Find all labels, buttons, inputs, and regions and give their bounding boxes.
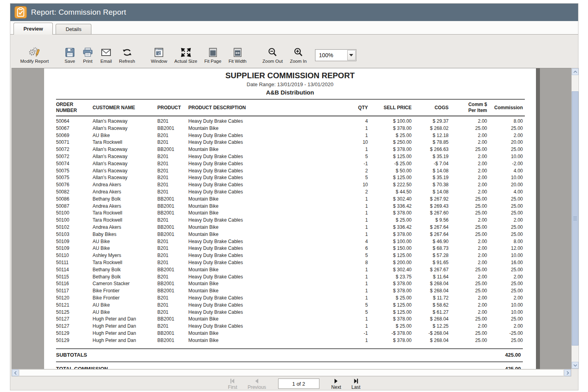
toolbar-button-label: Fit Width — [228, 59, 246, 64]
refresh-button[interactable]: Refresh — [116, 46, 139, 64]
table-header-row: ORDER NUMBER CUSTOMER NAME PRODUCT PRODU… — [56, 99, 525, 116]
table-cell: $ 58.62 — [414, 302, 451, 309]
tab-details[interactable]: Details — [56, 24, 91, 34]
table-cell: B201 — [157, 160, 188, 168]
table-cell: 2.00 — [451, 182, 489, 189]
fit-page-button[interactable]: Fit Page — [201, 46, 225, 64]
table-cell: B201 — [157, 302, 188, 309]
table-cell: B201 — [157, 182, 188, 189]
table-cell: 1 — [348, 146, 370, 153]
table-cell: $ 61.27 — [414, 309, 451, 316]
table-cell: Allan's Raceway — [93, 168, 157, 175]
table-cell: -$ 268.04 — [414, 330, 451, 337]
table-cell: $ 267.92 — [414, 196, 451, 203]
table-cell: Mountain Bike — [188, 337, 348, 344]
zoom-level-value: 100% — [315, 52, 347, 58]
table-row: 50116Cameron StackerBB2001Mountain Bike1… — [56, 280, 525, 288]
table-cell: Allan's Raceway — [93, 146, 157, 153]
table-cell: $ 100.00 — [370, 116, 414, 125]
scroll-up-button[interactable] — [572, 68, 578, 75]
table-cell: 50075 — [56, 168, 93, 175]
next-page-label: Next — [331, 384, 341, 390]
table-cell: 25.00 — [451, 146, 489, 153]
vertical-scroll-thumb[interactable] — [572, 91, 578, 346]
vertical-scrollbar[interactable] — [571, 68, 579, 369]
modify-report-button[interactable]: Modify Report — [17, 46, 52, 64]
table-cell: $ 25.00 — [370, 323, 414, 330]
table-cell: BB2001 — [157, 280, 188, 288]
table-cell: 25.00 — [451, 203, 489, 210]
window-icon — [154, 46, 164, 58]
zoom-in-button[interactable]: Zoom In — [286, 46, 310, 64]
table-row: 50127Hugh Peter and DanBB2001Mountain Bi… — [56, 316, 525, 323]
zoom-level-combobox[interactable]: 100% — [315, 49, 356, 61]
table-cell: 8 — [348, 259, 370, 266]
table-cell: Tara Rockwell — [93, 259, 157, 266]
table-cell: 1 — [348, 217, 370, 224]
table-cell: $ 68.73 — [414, 245, 451, 252]
table-cell: 8.00 — [489, 238, 525, 245]
table-cell: BB2001 — [157, 210, 188, 217]
table-cell: $ 25.00 — [370, 217, 414, 224]
scroll-left-button[interactable] — [12, 369, 19, 376]
table-cell: 50120 — [56, 295, 93, 302]
previous-page-button[interactable]: Previous — [248, 378, 266, 390]
scroll-right-button[interactable] — [564, 369, 571, 376]
table-cell: $ 29.37 — [414, 116, 451, 125]
subtotals-label: SUBTOTALS — [56, 352, 87, 358]
table-cell: 1 — [348, 274, 370, 281]
table-cell: $ 268.02 — [414, 125, 451, 132]
table-cell: $ 35.19 — [414, 153, 451, 160]
table-cell: -$ 7.04 — [414, 160, 451, 168]
table-cell: 5 — [348, 309, 370, 316]
table-cell: $ 378.00 — [370, 316, 414, 323]
table-cell: Mountain Bike — [188, 266, 348, 274]
table-cell: AU Bike — [93, 302, 157, 309]
table-cell: $ 268.04 — [414, 316, 451, 323]
table-cell: 1 — [348, 266, 370, 274]
page-indicator[interactable]: 1 of 2 — [278, 378, 319, 389]
email-button[interactable]: Email — [97, 46, 116, 64]
horizontal-scroll-thumb[interactable] — [19, 369, 564, 376]
total-commission-row: TOTAL COMMISSION 425.00 — [56, 361, 523, 369]
table-cell: 1 — [348, 280, 370, 288]
first-page-button[interactable]: First — [228, 378, 237, 390]
next-page-button[interactable]: Next — [331, 378, 341, 390]
table-cell: $ 91.65 — [414, 259, 451, 266]
table-cell: 50125 — [56, 309, 93, 316]
table-cell: AU Bike — [93, 245, 157, 252]
table-cell: $ 222.50 — [370, 182, 414, 189]
save-button[interactable]: Save — [61, 46, 79, 64]
table-cell: 2.00 — [451, 160, 489, 168]
first-page-label: First — [228, 384, 237, 390]
zoom-out-button[interactable]: Zoom Out — [259, 46, 286, 64]
print-button[interactable]: Print — [79, 46, 97, 64]
table-cell: $ 302.40 — [370, 196, 414, 203]
actual-size-button[interactable]: Actual Size — [171, 46, 201, 64]
table-cell: 50129 — [56, 330, 93, 337]
fit-width-button[interactable]: Fit Width — [225, 46, 250, 64]
horizontal-scrollbar[interactable] — [12, 369, 571, 377]
tab-preview[interactable]: Preview — [14, 23, 53, 35]
table-cell: B201 — [157, 174, 188, 182]
table-cell: Cameron Stacker — [93, 280, 157, 288]
table-cell: 50111 — [56, 259, 93, 266]
table-cell: 2.00 — [451, 168, 489, 175]
window-title: Report: Commission Report — [31, 8, 126, 17]
table-cell: 25.00 — [489, 224, 525, 231]
table-cell: $ 11.72 — [414, 295, 451, 302]
previous-page-icon — [253, 378, 260, 384]
table-cell: 50074 — [56, 160, 93, 168]
table-cell: $ 268.04 — [414, 280, 451, 288]
table-cell: 1 — [348, 210, 370, 217]
last-page-button[interactable]: Last — [352, 378, 361, 390]
table-cell: $ 269.43 — [414, 203, 451, 210]
table-cell: BB2001 — [157, 337, 188, 344]
window-button[interactable]: Window — [147, 46, 171, 64]
table-cell: 50064 — [56, 116, 93, 125]
scroll-down-button[interactable] — [572, 362, 578, 369]
table-cell: 5 — [348, 252, 370, 259]
table-cell: BB2001 — [157, 330, 188, 337]
zoom-dropdown-button[interactable] — [347, 50, 356, 60]
table-cell: $ 44.50 — [370, 189, 414, 196]
